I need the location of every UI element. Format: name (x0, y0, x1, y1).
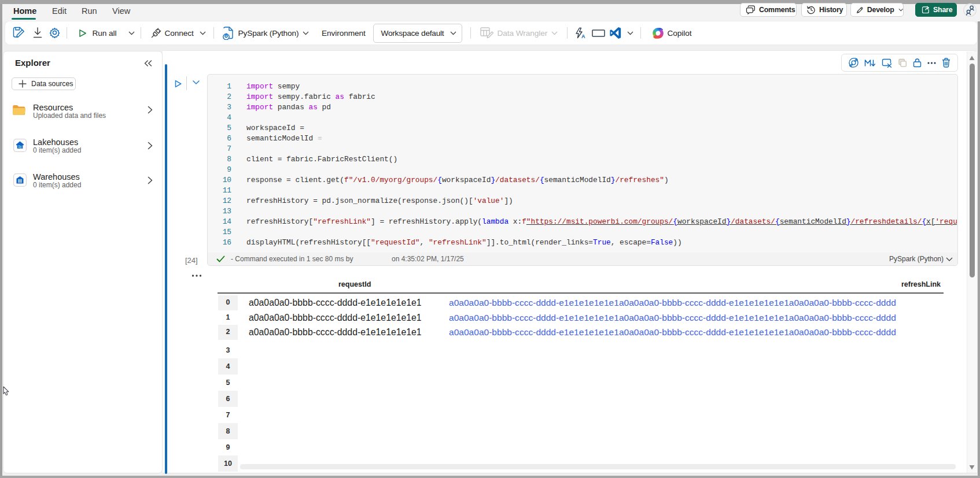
svg-text:A: A (581, 34, 585, 39)
